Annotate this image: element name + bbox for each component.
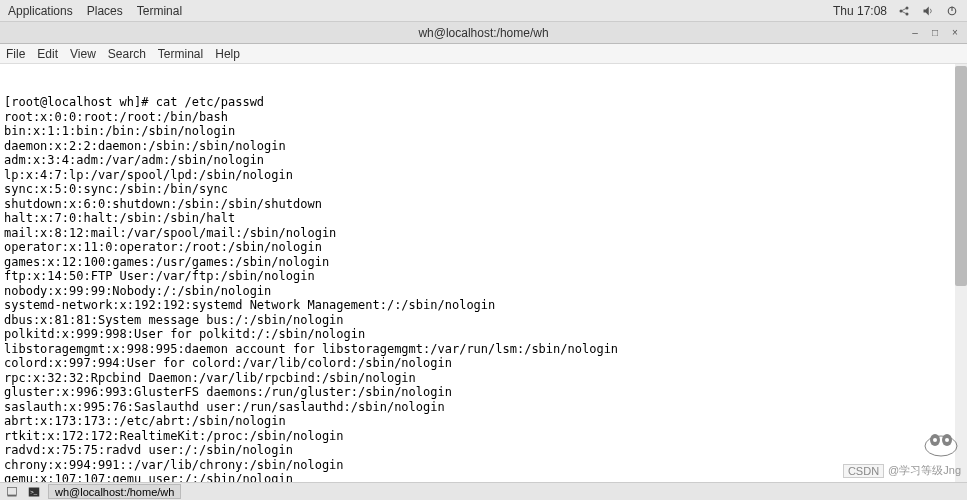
gnome-topbar: Applications Places Terminal Thu 17:08: [0, 0, 967, 22]
svg-text:>_: >_: [30, 489, 38, 495]
terminal-scrollbar[interactable]: [955, 64, 967, 482]
svg-point-12: [945, 438, 949, 442]
network-icon[interactable]: [897, 4, 911, 18]
close-button[interactable]: ×: [949, 27, 961, 39]
terminal-output[interactable]: [root@localhost wh]# cat /etc/passwd roo…: [0, 64, 967, 482]
window-title: wh@localhost:/home/wh: [418, 26, 548, 40]
svg-rect-13: [8, 487, 17, 495]
terminal-content: [root@localhost wh]# cat /etc/passwd roo…: [4, 95, 963, 482]
watermark-user: @学习等级Jng: [888, 463, 961, 478]
bottom-taskbar: >_ wh@localhost:/home/wh: [0, 482, 967, 500]
menu-file[interactable]: File: [6, 47, 25, 61]
terminal-menubar: File Edit View Search Terminal Help: [0, 44, 967, 64]
clock[interactable]: Thu 17:08: [833, 4, 887, 18]
taskbar-window-button[interactable]: wh@localhost:/home/wh: [48, 484, 181, 499]
menu-help[interactable]: Help: [215, 47, 240, 61]
menu-edit[interactable]: Edit: [37, 47, 58, 61]
menu-applications[interactable]: Applications: [8, 4, 73, 18]
scrollbar-thumb[interactable]: [955, 66, 967, 286]
minimize-button[interactable]: –: [909, 27, 921, 39]
watermark: CSDN @学习等级Jng: [843, 463, 961, 478]
svg-line-4: [901, 11, 907, 14]
svg-rect-14: [8, 495, 17, 497]
watermark-logo: CSDN: [843, 464, 884, 478]
window-controls: – □ ×: [909, 27, 961, 39]
mascot-icon: [921, 428, 961, 458]
menu-terminal[interactable]: Terminal: [158, 47, 203, 61]
topbar-left: Applications Places Terminal: [8, 4, 182, 18]
svg-marker-5: [924, 6, 929, 15]
topbar-right: Thu 17:08: [833, 4, 959, 18]
menu-places[interactable]: Places: [87, 4, 123, 18]
maximize-button[interactable]: □: [929, 27, 941, 39]
terminal-app-icon[interactable]: >_: [26, 484, 42, 500]
menu-terminal[interactable]: Terminal: [137, 4, 182, 18]
svg-point-11: [933, 438, 937, 442]
svg-line-3: [901, 8, 907, 11]
menu-view[interactable]: View: [70, 47, 96, 61]
svg-point-8: [925, 436, 957, 456]
menu-search[interactable]: Search: [108, 47, 146, 61]
power-icon[interactable]: [945, 4, 959, 18]
volume-icon[interactable]: [921, 4, 935, 18]
show-desktop-icon[interactable]: [4, 484, 20, 500]
window-titlebar[interactable]: wh@localhost:/home/wh – □ ×: [0, 22, 967, 44]
